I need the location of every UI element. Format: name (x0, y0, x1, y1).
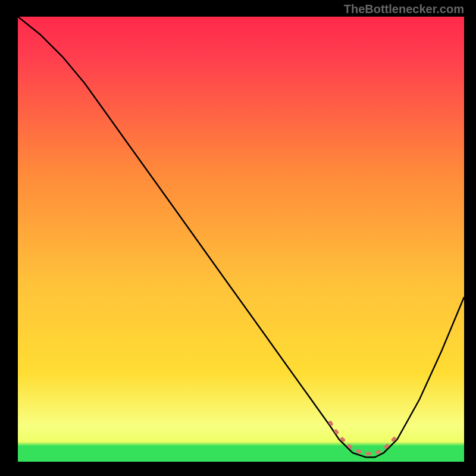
bottleneck-chart (18, 17, 464, 462)
plot-area (18, 17, 464, 462)
chart-container: TheBottlenecker.com (0, 0, 476, 476)
watermark-label: TheBottlenecker.com (344, 2, 464, 16)
